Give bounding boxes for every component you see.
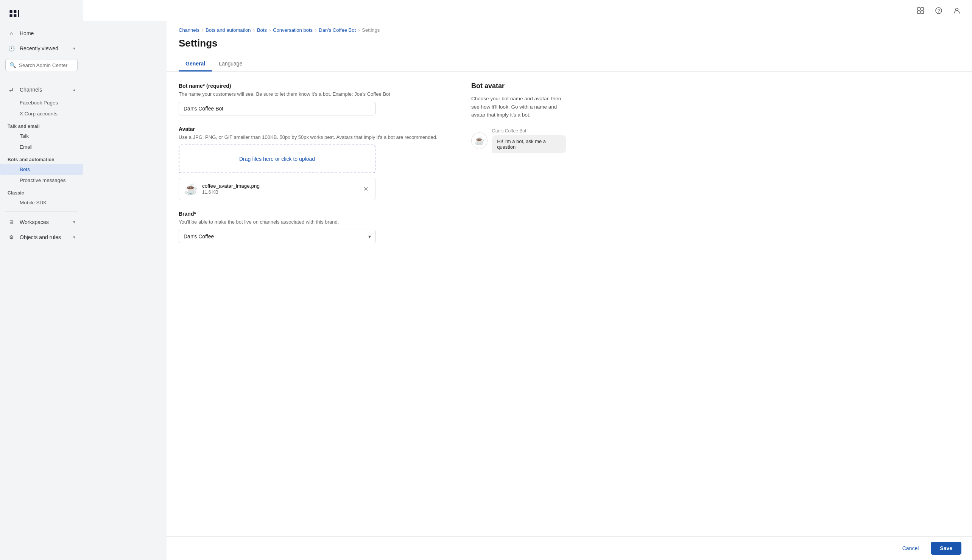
search-icon: 🔍 <box>10 62 16 68</box>
breadcrumb-sep-2: › <box>253 27 255 33</box>
upload-box[interactable]: Drag files here or click to upload <box>178 145 375 173</box>
sidebar-talk-email-header: Talk and email <box>0 119 83 130</box>
sidebar-item-x-corp-accounts[interactable]: X Corp accounts <box>0 108 83 119</box>
breadcrumb-conversation-bots[interactable]: Conversation bots <box>273 27 313 33</box>
file-item: ☕ coffee_avatar_image.png 11.6 KB ✕ <box>178 178 375 200</box>
chevron-down-icon-3: ▾ <box>73 235 75 240</box>
upload-text: Drag files here or click to upload <box>239 156 315 162</box>
help-icon[interactable]: ? <box>933 5 945 17</box>
sidebar-objects-rules-label: Objects and rules <box>20 234 68 240</box>
topbar: ? <box>83 0 972 21</box>
svg-text:?: ? <box>937 8 940 13</box>
breadcrumb-sep-4: › <box>315 27 317 33</box>
bot-name-preview: Dan's Coffee Bot <box>492 128 566 133</box>
cancel-button[interactable]: Cancel <box>895 542 927 555</box>
breadcrumb-bots-automation[interactable]: Bots and automation <box>205 27 250 33</box>
sidebar-bots-automation-header: Bots and automation <box>0 152 83 164</box>
avatar-field-block: Avatar Use a JPG, PNG, or GIF smaller th… <box>178 126 450 200</box>
chevron-up-icon: ▴ <box>73 87 75 92</box>
bot-avatar: ☕ <box>471 132 487 149</box>
sidebar-item-proactive-messages[interactable]: Proactive messages <box>0 175 83 186</box>
brand-desc: You'll be able to make the bot live on c… <box>178 218 450 226</box>
breadcrumb: Channels › Bots and automation › Bots › … <box>167 21 972 35</box>
tabs: General Language <box>167 57 972 72</box>
breadcrumb-dans-coffee-bot[interactable]: Dan's Coffee Bot <box>319 27 356 33</box>
bot-name-label: Bot name* (required) <box>178 83 450 89</box>
sidebar-item-talk[interactable]: Talk <box>0 130 83 142</box>
svg-rect-7 <box>917 11 920 13</box>
side-panel: Bot avatar Choose your bot name and avat… <box>462 72 575 536</box>
grid-icon[interactable] <box>914 5 927 17</box>
sidebar-home-label: Home <box>20 30 75 36</box>
sidebar-divider-2 <box>5 211 78 212</box>
clock-icon: 🕐 <box>8 45 15 52</box>
svg-rect-5 <box>917 8 920 10</box>
search-input[interactable] <box>19 62 73 68</box>
brand-label: Brand* <box>178 211 450 217</box>
sidebar: ⌂ Home 🕐 Recently viewed ▾ 🔍 ⇄ Channels … <box>0 0 83 560</box>
avatar-desc: Use a JPG, PNG, or GIF smaller than 100K… <box>178 133 450 141</box>
breadcrumb-bots[interactable]: Bots <box>257 27 267 33</box>
bot-preview: ☕ Dan's Coffee Bot Hi! I'm a bot, ask me… <box>471 128 566 153</box>
file-name: coffee_avatar_image.png <box>202 183 357 189</box>
svg-rect-0 <box>10 10 12 13</box>
tab-language[interactable]: Language <box>212 57 249 72</box>
workspaces-icon: 🖥 <box>8 218 15 226</box>
save-button[interactable]: Save <box>931 542 961 555</box>
bot-avatar-emoji: ☕ <box>474 136 485 146</box>
home-icon: ⌂ <box>8 30 15 37</box>
footer-bar: Cancel Save <box>167 536 972 560</box>
svg-rect-6 <box>921 8 924 10</box>
bot-name-desc: The name your customers will see. Be sur… <box>178 90 450 98</box>
sidebar-item-channels[interactable]: ⇄ Channels ▴ <box>0 82 83 97</box>
tab-general[interactable]: General <box>178 57 212 72</box>
main-area: Channels › Bots and automation › Bots › … <box>167 21 972 560</box>
sidebar-classic-header: Classic <box>0 186 83 197</box>
sidebar-item-email[interactable]: Email <box>0 142 83 152</box>
chevron-down-icon-2: ▾ <box>73 220 75 225</box>
breadcrumb-sep-5: › <box>358 27 360 33</box>
objects-icon: ⚙ <box>8 233 15 241</box>
sidebar-item-workspaces[interactable]: 🖥 Workspaces ▾ <box>0 215 83 230</box>
side-panel-desc: Choose your bot name and avatar, then se… <box>471 95 566 119</box>
channels-icon: ⇄ <box>8 86 15 93</box>
sidebar-channels-label: Channels <box>20 87 68 93</box>
form-section: Bot name* (required) The name your custo… <box>167 72 462 536</box>
svg-rect-8 <box>921 11 924 13</box>
breadcrumb-sep-3: › <box>269 27 271 33</box>
brand-field-block: Brand* You'll be able to make the bot li… <box>178 211 450 243</box>
logo <box>0 0 83 26</box>
sidebar-recently-viewed-label: Recently viewed <box>20 45 68 52</box>
file-size: 11.6 KB <box>202 190 357 195</box>
sidebar-item-mobile-sdk[interactable]: Mobile SDK <box>0 197 83 208</box>
file-info: coffee_avatar_image.png 11.6 KB <box>202 183 357 195</box>
breadcrumb-settings: Settings <box>362 27 380 33</box>
file-remove-button[interactable]: ✕ <box>362 184 370 194</box>
content-area: Channels › Bots and automation › Bots › … <box>167 21 972 536</box>
sidebar-item-recently-viewed[interactable]: 🕐 Recently viewed ▾ <box>0 41 83 56</box>
brand-select[interactable]: Dan's Coffee Other Brand <box>178 230 375 243</box>
sidebar-workspaces-label: Workspaces <box>20 219 68 225</box>
sidebar-divider <box>5 79 78 79</box>
page-title: Settings <box>167 35 972 57</box>
svg-rect-3 <box>13 14 16 17</box>
svg-rect-4 <box>18 10 19 17</box>
sidebar-item-bots[interactable]: Bots <box>0 164 83 175</box>
bot-bubble-wrapper: Dan's Coffee Bot Hi! I'm a bot, ask me a… <box>492 128 566 153</box>
body-wrapper: Bot name* (required) The name your custo… <box>167 72 972 536</box>
breadcrumb-channels[interactable]: Channels <box>178 27 200 33</box>
user-icon[interactable] <box>951 5 963 17</box>
sidebar-item-objects-rules[interactable]: ⚙ Objects and rules ▾ <box>0 230 83 245</box>
brand-select-wrapper: Dan's Coffee Other Brand ▾ <box>178 230 375 243</box>
chevron-down-icon: ▾ <box>73 46 75 51</box>
bot-message-preview: Hi! I'm a bot, ask me a question <box>492 135 566 153</box>
file-icon: ☕ <box>184 183 198 195</box>
sidebar-item-facebook-pages[interactable]: Facebook Pages <box>0 97 83 108</box>
side-panel-title: Bot avatar <box>471 82 566 90</box>
bot-name-input[interactable] <box>178 102 375 115</box>
svg-rect-1 <box>13 10 16 13</box>
bot-name-field-block: Bot name* (required) The name your custo… <box>178 83 450 115</box>
sidebar-item-home[interactable]: ⌂ Home <box>0 26 83 41</box>
breadcrumb-sep-1: › <box>202 27 203 33</box>
avatar-label: Avatar <box>178 126 450 132</box>
